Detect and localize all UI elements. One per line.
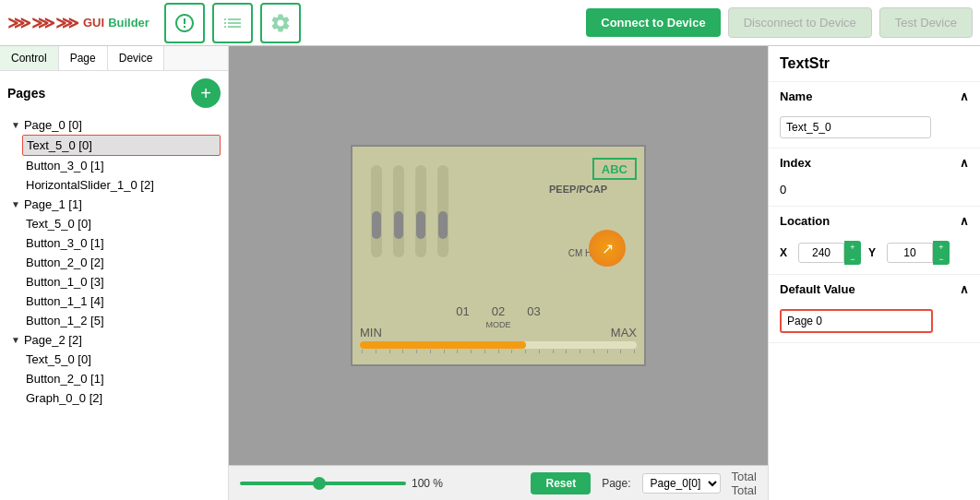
tree-group-page2: Text_5_0 [0] Button_2_0 [1] Graph_0_0 [2… xyxy=(22,350,221,408)
abc-textbox: ABC xyxy=(592,158,637,180)
vert-slider-2[interactable] xyxy=(393,165,404,257)
tree-item-button10-1[interactable]: Button_1_0 [3] xyxy=(22,272,221,292)
tree-item-button20-1[interactable]: Button_2_0 [2] xyxy=(22,253,221,272)
tree-item-button30-0[interactable]: Button_3_0 [1] xyxy=(22,156,221,175)
index-value: 0 xyxy=(780,183,786,196)
hslider-ticks xyxy=(360,350,637,353)
y-input[interactable] xyxy=(887,243,933,263)
tree-parent-page2[interactable]: ▼ Page_2 [2] xyxy=(7,330,221,350)
tree-parent-page1[interactable]: ▼ Page_1 [1] xyxy=(7,195,221,214)
prop-header-default[interactable]: Default Value ∧ xyxy=(769,275,980,304)
canvas-content[interactable]: ABC PEEP/PCAP CM H₂O ↗ 01 xyxy=(229,46,768,465)
canvas-footer: 100 % Reset Page: Page_0[0] Page_1[1] Pa… xyxy=(229,465,768,500)
max-label: MAX xyxy=(611,326,637,339)
prop-index-label: Index xyxy=(780,156,811,170)
tree-item-label: Button_3_0 [1] xyxy=(26,159,104,173)
test-button[interactable]: Test Device xyxy=(879,7,973,38)
y-input-group: + − xyxy=(887,241,950,265)
y-btns: + − xyxy=(933,241,950,265)
prop-body-location: X + − Y + − xyxy=(769,235,980,274)
vert-slider-3[interactable] xyxy=(415,165,426,257)
nav-btn-home[interactable] xyxy=(164,3,205,43)
x-input[interactable] xyxy=(798,243,844,263)
tree-item-button20-2[interactable]: Button_2_0 [1] xyxy=(22,369,221,388)
prop-index-collapse: ∧ xyxy=(960,156,969,170)
hslider-labels: MIN MAX xyxy=(360,326,637,339)
page-footer-label: Page: xyxy=(602,477,630,490)
prop-body-default xyxy=(769,304,980,342)
arrow-icon: ▼ xyxy=(11,120,20,130)
connect-button[interactable]: Connect to Device xyxy=(586,8,720,37)
xy-row: X + − Y + − xyxy=(780,241,969,265)
sidebar-tab-control[interactable]: Control xyxy=(0,46,59,70)
sidebar-tab-page[interactable]: Page xyxy=(59,46,108,70)
tree-item-graph-2[interactable]: Graph_0_0 [2] xyxy=(22,388,221,408)
hslider-container: MIN MAX xyxy=(360,326,637,353)
body: Control Page Device Pages + ▼ Page_0 [0]… xyxy=(0,46,980,500)
x-increment-btn[interactable]: + xyxy=(844,241,861,253)
x-input-group: + − xyxy=(798,241,861,265)
tree-item-button12-1[interactable]: Button_1_2 [5] xyxy=(22,311,221,330)
x-decrement-btn[interactable]: − xyxy=(844,253,861,265)
sidebar: Control Page Device Pages + ▼ Page_0 [0]… xyxy=(0,46,229,500)
zoom-percent: 100 % xyxy=(412,477,443,490)
x-label: X xyxy=(780,246,791,259)
logo-builder-text: Builder xyxy=(108,16,149,30)
tree-item-label: Text_5_0 [0] xyxy=(27,138,92,152)
page0-label: Page_0 [0] xyxy=(24,118,82,132)
arrow-icon: ▼ xyxy=(11,199,20,209)
vert-slider-1[interactable] xyxy=(371,165,382,257)
total-text1: Total xyxy=(732,470,757,483)
zoom-slider-container: 100 % xyxy=(240,477,520,490)
nav-btn-settings[interactable] xyxy=(260,3,301,43)
hslider-track[interactable] xyxy=(360,341,637,349)
props-title: TextStr xyxy=(769,46,980,82)
abc-text: ABC xyxy=(602,162,627,176)
disconnect-button[interactable]: Disconnect to Device xyxy=(728,7,872,38)
sidebar-tab-device[interactable]: Device xyxy=(108,46,165,70)
vert-slider-4[interactable] xyxy=(437,165,448,257)
tree-item-hslider-0[interactable]: HorizontalSlider_1_0 [2] xyxy=(22,175,221,195)
default-value-input[interactable] xyxy=(780,309,933,333)
prop-header-location[interactable]: Location ∧ xyxy=(769,207,980,235)
tree-item-text50-1[interactable]: Text_5_0 [0] xyxy=(22,214,221,233)
sidebar-tabs: Control Page Device xyxy=(0,46,228,71)
min-label: MIN xyxy=(360,326,382,339)
mode-section: 01 02 03 xyxy=(353,304,644,318)
prop-name-collapse: ∧ xyxy=(960,89,969,103)
y-label: Y xyxy=(868,246,879,259)
page1-label: Page_1 [1] xyxy=(24,197,82,211)
y-decrement-btn[interactable]: − xyxy=(933,253,950,265)
prop-section-index: Index ∧ 0 xyxy=(769,149,980,207)
page-select[interactable]: Page_0[0] Page_1[1] Page_2[2] xyxy=(642,473,721,494)
tree-item-button30-1[interactable]: Button_3_0 [1] xyxy=(22,233,221,253)
y-increment-btn[interactable]: + xyxy=(933,241,950,253)
prop-body-index: 0 xyxy=(769,177,980,206)
tree-group-page0: Text_5_0 [0] Button_3_0 [1] HorizontalSl… xyxy=(22,135,221,195)
arrow-button[interactable]: ↗ xyxy=(589,230,626,267)
prop-default-label: Default Value xyxy=(780,282,855,296)
header: ⋙⋙⋙ GUI Builder Connect to Device Discon… xyxy=(0,0,980,46)
nav-btn-list[interactable] xyxy=(212,3,253,43)
prop-section-location: Location ∧ X + − Y xyxy=(769,207,980,275)
prop-location-label: Location xyxy=(780,214,830,228)
tree-item-button11-1[interactable]: Button_1_1 [4] xyxy=(22,292,221,311)
prop-header-index[interactable]: Index ∧ xyxy=(769,149,980,177)
prop-section-name: Name ∧ xyxy=(769,82,980,149)
zoom-slider[interactable] xyxy=(240,482,406,485)
tree-parent-page0[interactable]: ▼ Page_0 [0] xyxy=(7,115,221,135)
hslider-fill xyxy=(360,341,526,349)
name-input[interactable] xyxy=(780,116,931,138)
tree-item-text50-2[interactable]: Text_5_0 [0] xyxy=(22,350,221,369)
prop-default-collapse: ∧ xyxy=(960,282,969,296)
prop-header-name[interactable]: Name ∧ xyxy=(769,82,980,111)
peep-label: PEEP/PCAP xyxy=(549,184,607,195)
reset-button[interactable]: Reset xyxy=(531,472,591,494)
logo-gui: GUI xyxy=(83,16,104,30)
total-text2: Total xyxy=(732,483,757,497)
sidebar-content: Pages + ▼ Page_0 [0] Text_5_0 [0] Button… xyxy=(0,71,228,500)
mode-item-02: 02 xyxy=(492,304,505,318)
add-page-button[interactable]: + xyxy=(191,78,221,108)
total-label: Total Total xyxy=(732,470,757,497)
tree-item-text50-0[interactable]: Text_5_0 [0] xyxy=(22,135,221,156)
